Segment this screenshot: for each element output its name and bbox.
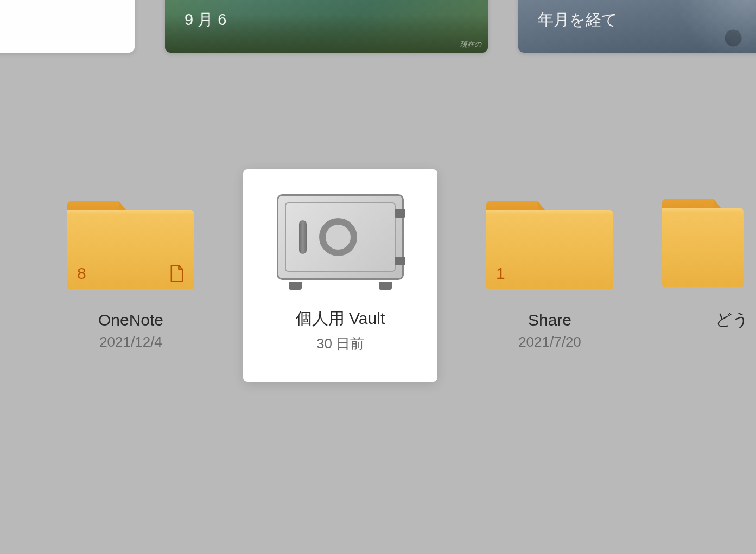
memory-card-this-day[interactable]: この日 9 月 6 現在の	[165, 0, 488, 53]
folder-share[interactable]: 1 Share 2021/7/20	[453, 169, 647, 382]
folder-icon: 8	[67, 201, 194, 289]
folder-date	[709, 335, 713, 352]
folder-icon: 1	[486, 201, 613, 289]
card-subtitle: 9 月 6	[185, 9, 226, 31]
folder-date: 30 日前	[316, 334, 364, 353]
card-title: 先週	[538, 0, 574, 1]
memory-card-last-week[interactable]: 先週 年月を経て	[518, 0, 756, 53]
card-subtitle: 年月を経て	[538, 9, 618, 31]
folder-name: Share	[528, 311, 571, 329]
folder-date: 2021/12/4	[99, 334, 162, 351]
card-title: この日	[185, 0, 239, 1]
folder-grid: 8 OneNote 2021/12/4	[34, 169, 756, 382]
folder-partial[interactable]: どう	[662, 169, 756, 382]
folder-vault[interactable]: 個人用 Vault 30 日前	[243, 169, 437, 382]
item-count-badge: 1	[496, 264, 505, 283]
folder-date: 2021/7/20	[518, 334, 581, 351]
folder-onenote[interactable]: 8 OneNote 2021/12/4	[34, 169, 228, 382]
card-watermark: 現在の	[460, 40, 481, 49]
document-icon	[169, 264, 185, 283]
folder-icon	[662, 199, 756, 287]
folder-name: 個人用 Vault	[296, 308, 385, 330]
memory-card-intro[interactable]: からでも、...	[0, 0, 135, 53]
memory-cards-row: からでも、... この日 9 月 6 現在の 先週 年月を経て	[0, 0, 756, 53]
item-count-badge: 8	[77, 264, 86, 283]
folder-name: どう	[651, 309, 749, 331]
folder-name: OneNote	[98, 311, 163, 329]
vault-icon	[277, 198, 404, 286]
